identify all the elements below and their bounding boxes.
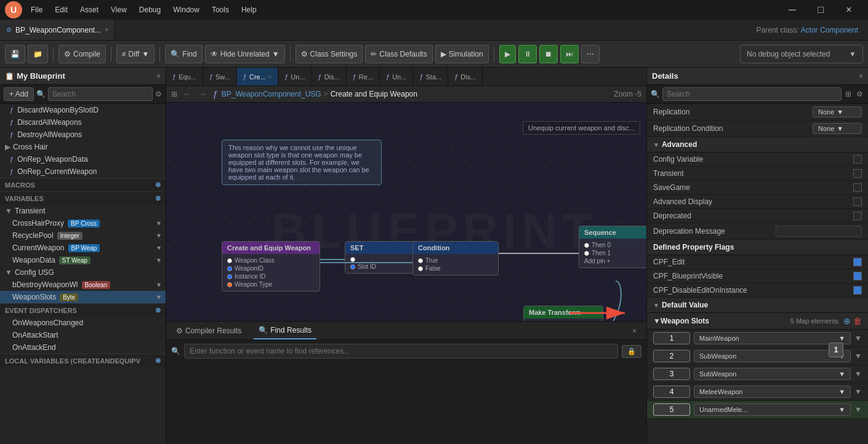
slot-weapon-1-dropdown[interactable]: MainWeapon ▼ [694, 332, 851, 344]
debug-object-dropdown[interactable]: No debug object selected ▼ [740, 45, 863, 63]
settings-icon[interactable]: ⚙ [155, 90, 162, 98]
bp-tab-dis1[interactable]: ƒ Dis... [312, 68, 347, 85]
bp-tab-sta[interactable]: ƒ Sta... [413, 68, 448, 85]
replication-condition-dropdown[interactable]: None ▼ [813, 123, 862, 134]
savegame-checkbox[interactable] [853, 183, 862, 192]
event-onattackend[interactable]: OnAttackEnd [0, 341, 166, 354]
var-weaponslots[interactable]: WeaponSlots Byte ▾ [0, 291, 166, 303]
condition-node[interactable]: Condition True False [412, 241, 499, 276]
slot-weapon-2-dropdown[interactable]: SubWeapon ▼ [694, 350, 851, 362]
panel-pin-button[interactable]: × [156, 72, 161, 81]
advanced-section-header[interactable]: ▼ Advanced [647, 137, 868, 153]
slot-key-2[interactable]: 2 [653, 350, 690, 362]
menu-asset[interactable]: Asset [75, 4, 103, 15]
var-currentweapon[interactable]: CurrentWeapon BP Weap ▾ [0, 242, 166, 254]
bp-tab-re[interactable]: ƒ Re... [347, 68, 380, 85]
nav-back-button[interactable]: ← [181, 89, 193, 100]
function-discard-all[interactable]: ƒ DiscardAllWeapons [0, 116, 166, 129]
cpf-disable-edit-checkbox[interactable] [853, 286, 862, 295]
slot-4-expand-icon[interactable]: ▼ [854, 387, 862, 396]
menu-view[interactable]: View [106, 4, 132, 15]
cpf-edit-checkbox[interactable] [853, 258, 862, 266]
simulation-button[interactable]: ▶ Simulation [435, 45, 489, 63]
menu-tools[interactable]: Tools [207, 4, 234, 15]
slot-weapon-5-dropdown[interactable]: UnarmedMele... ▼ [694, 403, 851, 416]
save-button[interactable]: 💾 [5, 45, 25, 63]
local-variables-add-icon[interactable]: ⊕ [155, 357, 161, 365]
bp-tab-cre[interactable]: ƒ Cre... × [237, 68, 278, 85]
settings-gear-icon[interactable]: ⚙ [855, 89, 864, 100]
details-search-input[interactable] [662, 87, 842, 101]
class-settings-button[interactable]: ⚙ Class Settings [295, 45, 363, 63]
transient-checkbox[interactable] [853, 169, 862, 178]
weapon-slot-add-button[interactable]: ⊕ [843, 316, 851, 326]
crosshair-category[interactable]: ▶ Cross Hair [0, 141, 166, 153]
slot-5-expand-icon[interactable]: ▼ [854, 405, 862, 414]
make-transform-node[interactable]: Make Transform Location Rotation Scale R… [523, 306, 603, 321]
advanced-display-checkbox[interactable] [853, 197, 862, 206]
blueprint-canvas[interactable]: BLUEPRINT This reason why we cannot use … [166, 103, 646, 321]
bp-tab-close-icon[interactable]: × [268, 74, 271, 80]
event-onweaponschanged[interactable]: OnWeaponsChanged [0, 317, 166, 329]
config-variable-checkbox[interactable] [853, 155, 862, 164]
var-bdestroyweapon[interactable]: bDestroyWeaponWl Boolean ▾ [0, 279, 166, 291]
slot-key-1[interactable]: 1 [653, 332, 690, 344]
var-weapondata[interactable]: WeaponData ST Weap ▾ [0, 254, 166, 266]
browse-button[interactable]: 📁 [28, 45, 48, 63]
minimize-button[interactable]: ─ [778, 0, 806, 20]
replication-dropdown[interactable]: None ▼ [813, 106, 862, 117]
breadcrumb-root[interactable]: BP_WeaponComponent_USG [222, 90, 321, 98]
deprecation-message-input[interactable] [776, 226, 862, 237]
slot-key-5[interactable]: 5 [653, 403, 690, 416]
close-bottom-panel-button[interactable]: × [627, 327, 641, 335]
function-destroy-all[interactable]: ƒ DestroyAllWeapons [0, 129, 166, 141]
stop-button[interactable]: ⏹ [539, 45, 558, 63]
bp-tab-dis2[interactable]: ƒ Dis... [448, 68, 483, 85]
diff-button[interactable]: ≠ Diff ▼ [116, 45, 155, 63]
menu-file[interactable]: File [26, 4, 47, 15]
find-results-tab[interactable]: 🔍 Find Results [254, 322, 316, 339]
find-results-search-input[interactable] [184, 344, 618, 359]
function-discard-by-slot[interactable]: ƒ DiscardWeaponBySlotID [0, 104, 166, 116]
class-defaults-button[interactable]: ✏ Class Defaults [365, 45, 432, 63]
cpf-blueprint-visible-checkbox[interactable] [853, 272, 862, 280]
details-close-icon[interactable]: × [859, 72, 863, 81]
set-node[interactable]: SET Slot ID [345, 241, 419, 274]
find-button[interactable]: 🔍 Find [165, 45, 202, 63]
variables-add-icon[interactable]: ⊕ [155, 194, 161, 202]
find-lock-button[interactable]: 🔒 [622, 345, 641, 358]
maximize-button[interactable]: □ [806, 0, 835, 20]
menu-window[interactable]: Window [168, 4, 204, 15]
pause-button[interactable]: ⏸ [518, 45, 537, 63]
more-options-button[interactable]: ⋯ [581, 45, 600, 63]
parent-class-link[interactable]: Actor Component [801, 26, 858, 34]
skip-button[interactable]: ⏭ [560, 45, 579, 63]
slot-1-expand-icon[interactable]: ▼ [854, 334, 862, 343]
menu-help[interactable]: Help [236, 4, 262, 15]
slot-3-expand-icon[interactable]: ▼ [854, 370, 862, 378]
config-usg-category[interactable]: ▼ Config USG [0, 266, 166, 279]
event-dispatchers-add-icon[interactable]: ⊕ [155, 306, 161, 314]
create-equip-node[interactable]: Create and Equip Weapon Weapon Class Wea… [222, 241, 320, 291]
event-onattackstart[interactable]: OnAttackStart [0, 329, 166, 341]
var-crosshairproxy[interactable]: CrossHairProxy BP Cross ▾ [0, 217, 166, 229]
close-button[interactable]: × [835, 0, 863, 20]
hide-unrelated-button[interactable]: 👁 Hide Unrelated ▼ [205, 45, 285, 63]
nav-forward-button[interactable]: → [197, 89, 209, 100]
bp-tab-un1[interactable]: ƒ Un... [278, 68, 311, 85]
macros-add-icon[interactable]: ⊕ [155, 181, 161, 189]
search-input[interactable] [48, 87, 153, 101]
deprecated-checkbox[interactable] [853, 212, 862, 220]
weapon-slot-delete-button[interactable]: 🗑 [853, 316, 862, 326]
bp-tab-equ[interactable]: ƒ Equ... [166, 68, 203, 85]
slot-weapon-4-dropdown[interactable]: MeleeWeapon ▼ [694, 386, 851, 398]
var-recyclepool[interactable]: RecyclePool Integer ▾ [0, 229, 166, 242]
editor-tab-bp-weapon[interactable]: ⚙ BP_WeaponComponent... × [0, 20, 115, 40]
slot-key-4[interactable]: 4 [653, 386, 690, 398]
menu-edit[interactable]: Edit [50, 4, 73, 15]
view-options-icon[interactable]: ⊞ [844, 89, 853, 100]
menu-debug[interactable]: Debug [134, 4, 166, 15]
sequence-node[interactable]: Sequence Then 0 Then 1 Add pin + [579, 226, 646, 268]
bp-tab-sw[interactable]: ƒ Sw... [203, 68, 237, 85]
slot-2-expand-icon[interactable]: ▼ [854, 352, 862, 360]
